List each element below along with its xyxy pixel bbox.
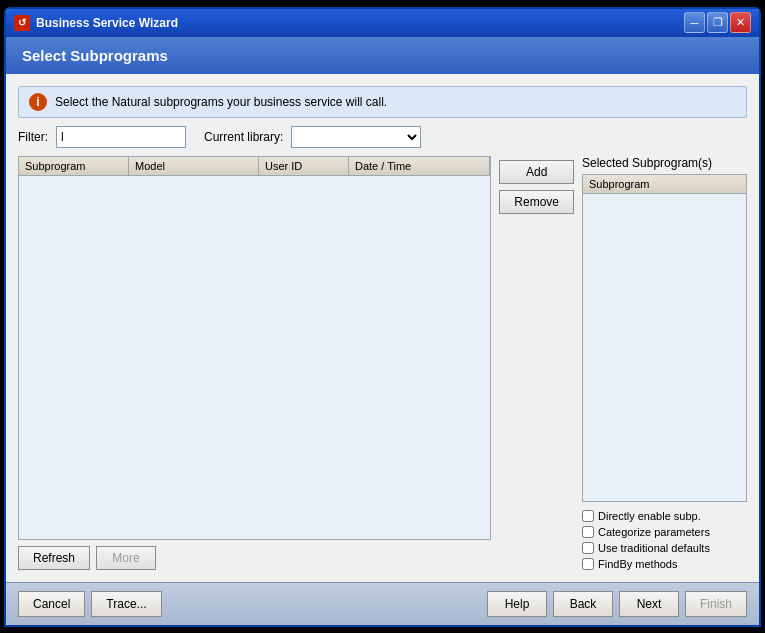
checkbox-findby: FindBy methods	[582, 558, 747, 570]
options-area: Directly enable subp. Categorize paramet…	[582, 510, 747, 570]
selected-table-header: Subprogram	[583, 175, 746, 194]
minimize-button[interactable]: ─	[684, 12, 705, 33]
dialog-header: Select Subprograms	[6, 37, 759, 74]
right-panel: Selected Subprogram(s) Subprogram Direct…	[582, 156, 747, 570]
restore-button[interactable]: ❐	[707, 12, 728, 33]
center-buttons: Add Remove	[499, 156, 574, 570]
remove-button[interactable]: Remove	[499, 190, 574, 214]
footer-right: Help Back Next Finish	[487, 591, 747, 617]
selected-label: Selected Subprogram(s)	[582, 156, 747, 170]
checkbox-traditional: Use traditional defaults	[582, 542, 747, 554]
categorize-label: Categorize parameters	[598, 526, 710, 538]
traditional-label: Use traditional defaults	[598, 542, 710, 554]
app-icon: ↺	[14, 15, 30, 31]
col-header-subprogram: Subprogram	[19, 157, 129, 175]
footer-left: Cancel Trace...	[18, 591, 162, 617]
title-controls: ─ ❐ ✕	[684, 12, 751, 33]
add-button[interactable]: Add	[499, 160, 574, 184]
minimize-icon: ─	[691, 17, 699, 29]
app-icon-symbol: ↺	[18, 17, 26, 28]
more-button[interactable]: More	[96, 546, 156, 570]
refresh-button[interactable]: Refresh	[18, 546, 90, 570]
col-header-userid: User ID	[259, 157, 349, 175]
back-button[interactable]: Back	[553, 591, 613, 617]
dialog-content: i Select the Natural subprograms your bu…	[6, 74, 759, 582]
title-bar: ↺ Business Service Wizard ─ ❐ ✕	[6, 9, 759, 37]
left-panel: Subprogram Model User ID Date / Time Ref…	[18, 156, 491, 570]
main-window: ↺ Business Service Wizard ─ ❐ ✕ Select S…	[4, 7, 761, 627]
window-title: Business Service Wizard	[36, 16, 178, 30]
help-button[interactable]: Help	[487, 591, 547, 617]
directly-enable-checkbox[interactable]	[582, 510, 594, 522]
directly-enable-label: Directly enable subp.	[598, 510, 701, 522]
info-bar: i Select the Natural subprograms your bu…	[18, 86, 747, 118]
checkbox-directly-enable: Directly enable subp.	[582, 510, 747, 522]
info-message: Select the Natural subprograms your busi…	[55, 95, 387, 109]
subprogram-table: Subprogram Model User ID Date / Time	[18, 156, 491, 540]
library-select[interactable]	[291, 126, 421, 148]
col-header-datetime: Date / Time	[349, 157, 490, 175]
dialog-title: Select Subprograms	[22, 47, 168, 64]
close-icon: ✕	[736, 16, 745, 29]
info-icon: i	[29, 93, 47, 111]
selected-table: Subprogram	[582, 174, 747, 502]
categorize-checkbox[interactable]	[582, 526, 594, 538]
filter-label: Filter:	[18, 130, 48, 144]
title-bar-left: ↺ Business Service Wizard	[14, 15, 178, 31]
next-button[interactable]: Next	[619, 591, 679, 617]
findby-checkbox[interactable]	[582, 558, 594, 570]
traditional-checkbox[interactable]	[582, 542, 594, 554]
close-button[interactable]: ✕	[730, 12, 751, 33]
checkbox-categorize: Categorize parameters	[582, 526, 747, 538]
table-header: Subprogram Model User ID Date / Time	[19, 157, 490, 176]
col-header-model: Model	[129, 157, 259, 175]
filter-input[interactable]	[56, 126, 186, 148]
filter-row: Filter: Current library:	[18, 126, 747, 148]
selected-table-body	[583, 194, 746, 501]
table-actions: Refresh More	[18, 546, 491, 570]
main-area: Subprogram Model User ID Date / Time Ref…	[18, 156, 747, 570]
trace-button[interactable]: Trace...	[91, 591, 161, 617]
cancel-button[interactable]: Cancel	[18, 591, 85, 617]
finish-button[interactable]: Finish	[685, 591, 747, 617]
table-body	[19, 176, 490, 539]
library-label: Current library:	[204, 130, 283, 144]
dialog-footer: Cancel Trace... Help Back Next Finish	[6, 582, 759, 625]
findby-label: FindBy methods	[598, 558, 677, 570]
restore-icon: ❐	[713, 16, 723, 29]
